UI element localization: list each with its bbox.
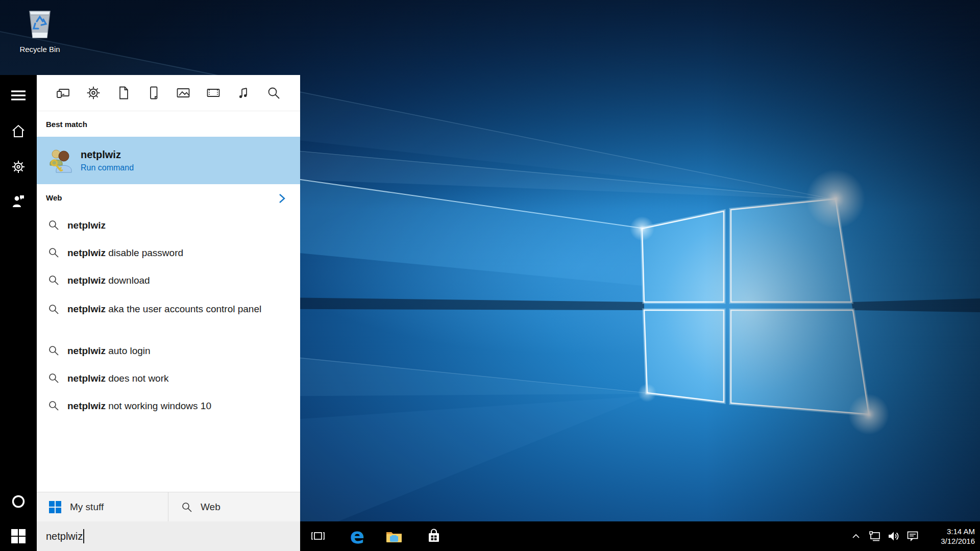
search-icon	[48, 247, 59, 258]
document-icon	[116, 86, 131, 100]
web-expand-chevron-icon[interactable]	[276, 192, 288, 205]
phone-icon	[146, 86, 161, 100]
desktop: Recycle Bin	[0, 0, 980, 551]
tray-expand-button[interactable]	[848, 526, 864, 546]
task-view-icon	[310, 529, 326, 543]
start-button[interactable]	[0, 521, 37, 551]
windows-start-icon	[11, 529, 26, 544]
suggestion-row[interactable]: netplwiz aka the user accounts control p…	[37, 294, 300, 337]
search-icon	[48, 274, 59, 286]
filter-websearch-button[interactable]	[262, 82, 285, 104]
cortana-sidebar	[0, 75, 37, 521]
file-explorer-button[interactable]	[381, 521, 407, 551]
edge-browser-button[interactable]: e	[344, 521, 371, 551]
taskbar-clock[interactable]: 3:14 AM 3/12/2016	[926, 527, 975, 546]
filter-apps-button[interactable]	[52, 82, 75, 104]
best-match-subtitle: Run command	[81, 163, 134, 172]
taskbar-search-value: netplwiz	[46, 531, 83, 542]
recycle-bin-icon	[21, 6, 59, 42]
recycle-bin-shortcut[interactable]: Recycle Bin	[10, 6, 69, 54]
apps-icon	[56, 85, 71, 101]
tray-volume-button[interactable]	[886, 526, 901, 546]
my-stuff-label: My stuff	[70, 502, 104, 513]
suggestion-row[interactable]: netplwiz auto login	[37, 337, 300, 364]
cortana-icon	[11, 494, 26, 509]
tray-network-button[interactable]	[867, 526, 883, 546]
taskbar-search-input[interactable]: netplwiz	[37, 521, 300, 551]
search-icon	[48, 345, 59, 356]
hamburger-icon	[11, 89, 26, 102]
sidebar-home-button[interactable]	[0, 117, 37, 145]
my-stuff-button[interactable]: My stuff	[37, 492, 168, 521]
chevron-up-icon	[850, 531, 862, 542]
web-scope-button[interactable]: Web	[168, 492, 300, 521]
action-center-button[interactable]	[905, 526, 920, 546]
windows-logo-icon	[48, 500, 62, 514]
suggestion-row[interactable]: netplwiz disable password	[37, 239, 300, 266]
gear-icon	[11, 160, 26, 174]
filter-documents-button[interactable]	[112, 82, 135, 104]
search-filter-row	[37, 75, 300, 111]
suggestion-row[interactable]: netplwiz does not work	[37, 364, 300, 392]
suggestion-row[interactable]: netplwiz not working windows 10	[37, 392, 300, 419]
user-accounts-icon	[45, 146, 75, 176]
network-icon	[868, 530, 881, 543]
best-match-title: netplwiz	[81, 149, 134, 161]
best-match-header: Best match	[46, 120, 87, 129]
suggestion-row[interactable]: netplwiz	[37, 211, 300, 239]
task-view-button[interactable]	[305, 521, 331, 551]
cortana-search-panel: Best match netplwiz Run command Web	[37, 75, 300, 521]
settings-gear-icon	[86, 85, 101, 101]
filter-settings-button[interactable]	[82, 82, 105, 104]
videos-icon	[206, 85, 221, 101]
search-icon	[48, 304, 59, 315]
sidebar-feedback-button[interactable]	[0, 187, 37, 215]
suggestion-row[interactable]: netplwiz download	[37, 266, 300, 294]
search-icon	[181, 502, 192, 513]
speaker-icon	[887, 530, 900, 543]
clock-date: 3/12/2016	[926, 536, 975, 546]
search-icon	[48, 372, 59, 384]
web-section-header-row: Web	[37, 190, 300, 207]
sidebar-settings-button[interactable]	[0, 153, 37, 181]
search-icon	[266, 85, 281, 101]
recycle-bin-label: Recycle Bin	[10, 45, 69, 54]
music-icon	[236, 86, 251, 100]
photos-icon	[176, 85, 191, 101]
search-icon	[48, 219, 59, 231]
store-button[interactable]	[421, 521, 447, 551]
search-scope-footer: My stuff Web	[37, 492, 300, 521]
filter-music-button[interactable]	[232, 82, 255, 104]
search-icon	[48, 400, 59, 411]
edge-icon: e	[350, 525, 365, 547]
filter-phone-button[interactable]	[142, 82, 165, 104]
home-icon	[11, 124, 26, 138]
filter-photos-button[interactable]	[172, 82, 194, 104]
store-icon	[426, 528, 442, 544]
text-caret	[83, 529, 84, 543]
clock-time: 3:14 AM	[926, 527, 975, 536]
best-match-result[interactable]: netplwiz Run command	[37, 137, 300, 184]
cortana-circle-button[interactable]	[0, 487, 37, 516]
taskbar: netplwiz e	[0, 521, 980, 551]
hamburger-menu-button[interactable]	[0, 81, 37, 110]
web-suggestion-list: netplwiz netplwiz disable password netpl…	[37, 211, 300, 419]
feedback-person-icon	[11, 194, 26, 208]
action-center-icon	[906, 530, 919, 543]
file-explorer-icon	[385, 529, 403, 544]
web-scope-label: Web	[201, 502, 220, 513]
web-section-header: Web	[46, 193, 62, 202]
filter-videos-button[interactable]	[202, 82, 225, 104]
system-tray: 3:14 AM 3/12/2016	[848, 521, 980, 551]
